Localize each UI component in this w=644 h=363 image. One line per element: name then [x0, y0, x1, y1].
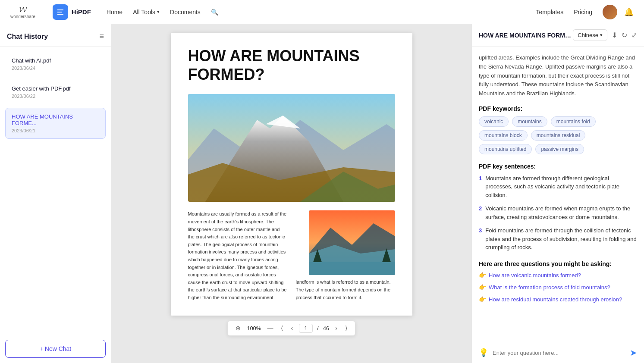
keywords-area: volcanic mountains mountains fold mounta… — [479, 116, 637, 154]
question-item: 👉 How are volcanic mountains formed? — [479, 272, 637, 279]
keyword-tag[interactable]: mountains — [512, 116, 547, 127]
page-number-input[interactable] — [299, 324, 313, 333]
chat-item[interactable]: Chat with AI.pdf 2023/06/24 — [5, 52, 106, 76]
questions-section-title: Here are three questions you might be as… — [479, 260, 637, 267]
top-navigation: 𝓦 wondershare HiPDF Home All Tools ▾ Doc… — [0, 0, 644, 24]
pdf-mountain-image — [188, 94, 395, 202]
question-emoji: 👉 — [479, 284, 486, 291]
sidebar-title: Chat History — [7, 33, 48, 41]
nav-documents[interactable]: Documents — [170, 7, 201, 17]
pdf-col-right: landform is what is referred to as a mou… — [296, 210, 395, 301]
pdf-text-content: Mountains are usually formed as a result… — [188, 210, 395, 301]
zoom-out-button[interactable]: — — [265, 324, 275, 332]
sentence-item: 3 Fold mountains are formed through the … — [479, 226, 637, 252]
sentence-item: 2 Volcanic mountains are formed when mag… — [479, 204, 637, 221]
pdf-viewer: HOW ARE MOUNTAINS FORMED? — [111, 24, 471, 363]
panel-header: HOW ARE MOUNTAINS FORMED... Chinese ▾ ⬇ … — [472, 24, 644, 47]
language-select[interactable]: Chinese ▾ — [573, 29, 607, 41]
pdf-document-title: HOW ARE MOUNTAINS FORMED? — [188, 47, 395, 84]
questions-section: Here are three questions you might be as… — [479, 260, 637, 304]
refresh-button[interactable]: ↻ — [622, 31, 627, 39]
question-item: 👉 What is the formation process of fold … — [479, 284, 637, 291]
hipdf-logo[interactable]: HiPDF — [53, 4, 91, 20]
lang-chevron-icon: ▾ — [600, 32, 603, 38]
pdf-lake-image — [309, 210, 395, 275]
svg-marker-8 — [309, 262, 395, 275]
chat-list: Chat with AI.pdf 2023/06/24 Get easier w… — [0, 47, 111, 335]
question-link[interactable]: How are residual mountains created throu… — [489, 296, 622, 304]
nav-search-icon[interactable]: 🔍 — [211, 7, 218, 17]
sentences-section-title: PDF key sentences: — [479, 163, 637, 170]
nav-all-tools[interactable]: All Tools ▾ — [133, 9, 160, 16]
main-layout: Chat History ≡ Chat with AI.pdf 2023/06/… — [0, 24, 644, 363]
share-button[interactable]: ⤢ — [631, 31, 637, 39]
next-page-button[interactable]: › — [333, 324, 339, 332]
last-page-button[interactable]: ⟩ — [343, 324, 349, 332]
chat-input-icon: 💡 — [479, 348, 488, 357]
prev-page-button[interactable]: ‹ — [289, 324, 295, 332]
app-name: HiPDF — [72, 8, 91, 16]
pdf-col-left: Mountains are usually formed as a result… — [188, 210, 287, 301]
chat-input-area: 💡 ➤ — [472, 342, 644, 363]
chat-item[interactable]: Get easier with PDF.pdf 2023/06/22 — [5, 80, 106, 104]
total-pages: 46 — [323, 325, 329, 332]
chevron-down-icon: ▾ — [157, 9, 160, 15]
panel-action-buttons: ⬇ ↻ ⤢ — [612, 31, 637, 39]
question-emoji: 👉 — [479, 296, 486, 303]
nav-templates[interactable]: Templates — [536, 7, 563, 17]
question-link[interactable]: How are volcanic mountains formed? — [489, 272, 581, 279]
zoom-level: 100% — [247, 325, 261, 332]
keyword-tag[interactable]: mountains fold — [551, 116, 596, 127]
nav-pricing[interactable]: Pricing — [574, 7, 592, 17]
keyword-tag[interactable]: mountains block — [479, 130, 528, 141]
chat-question-input[interactable] — [493, 350, 625, 356]
sidebar-header: Chat History ≡ — [0, 24, 111, 47]
avatar[interactable] — [603, 5, 617, 19]
zoom-in-button[interactable]: ⊕ — [234, 324, 242, 332]
question-link[interactable]: What is the formation process of fold mo… — [489, 284, 610, 291]
keyword-tag[interactable]: volcanic — [479, 116, 509, 127]
key-sentences-list: 1 Mountains are formed through different… — [479, 174, 637, 252]
panel-content: uplifted areas. Examples include the Gre… — [472, 47, 644, 342]
download-button[interactable]: ⬇ — [612, 31, 617, 39]
keyword-tag[interactable]: mountains residual — [531, 130, 586, 141]
page-separator: / — [317, 325, 319, 332]
keyword-tag[interactable]: passive margins — [535, 144, 584, 154]
nav-home[interactable]: Home — [107, 7, 123, 17]
keywords-section-title: PDF keywords: — [479, 105, 637, 112]
nav-user-area: 🔔 — [603, 5, 634, 19]
panel-intro-text: uplifted areas. Examples include the Gre… — [479, 53, 637, 98]
keyword-tag[interactable]: mountains uplifted — [479, 144, 532, 154]
sentence-item: 1 Mountains are formed through different… — [479, 174, 637, 200]
first-page-button[interactable]: ⟨ — [279, 324, 285, 332]
question-item: 👉 How are residual mountains created thr… — [479, 296, 637, 304]
question-emoji: 👉 — [479, 272, 486, 279]
pdf-page-controls: ⊕ 100% — ⟨ ‹ / 46 › ⟩ — [227, 321, 355, 336]
panel-document-title: HOW ARE MOUNTAINS FORMED... — [479, 32, 573, 39]
pdf-page: HOW ARE MOUNTAINS FORMED? — [171, 33, 412, 316]
wondershare-logo[interactable]: 𝓦 wondershare — [10, 5, 35, 19]
sidebar-collapse-button[interactable]: ≡ — [99, 32, 104, 41]
send-message-button[interactable]: ➤ — [630, 347, 637, 358]
new-chat-button[interactable]: + New Chat — [5, 340, 106, 358]
sidebar: Chat History ≡ Chat with AI.pdf 2023/06/… — [0, 24, 111, 363]
notification-bell-icon[interactable]: 🔔 — [624, 7, 634, 17]
hipdf-logo-icon — [56, 8, 65, 16]
right-panel: HOW ARE MOUNTAINS FORMED... Chinese ▾ ⬇ … — [471, 24, 644, 363]
chat-item-active[interactable]: HOW ARE MOUNTAINS FORME... 2023/06/21 — [5, 108, 106, 139]
